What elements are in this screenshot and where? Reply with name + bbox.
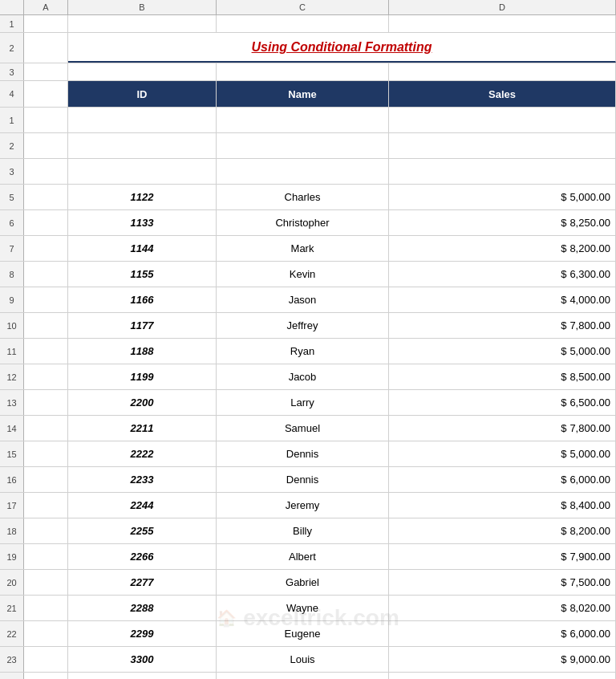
- cell-id: 3311: [68, 673, 217, 679]
- cell-id: 2277: [68, 570, 217, 595]
- cell-id: 1122: [68, 185, 217, 209]
- dollar-sign: $: [561, 217, 566, 229]
- dollar-sign: $: [561, 448, 566, 460]
- dollar-sign: $: [561, 499, 566, 511]
- table-row: 11 1188 Ryan $ 5,000.00: [0, 339, 616, 364]
- cell-a: [24, 108, 68, 132]
- sales-amount: 9,000.00: [569, 653, 610, 665]
- sales-amount: 6,000.00: [569, 628, 610, 640]
- cell-name: Eugene: [217, 621, 389, 646]
- sales-header: Sales: [488, 88, 516, 100]
- cell-sales: $ 5,000.00: [389, 441, 616, 466]
- sales-amount: 8,200.00: [569, 525, 610, 537]
- sales-amount: 8,020.00: [569, 602, 610, 614]
- dollar-sign: $: [561, 345, 566, 357]
- cell-name: Dennis: [217, 441, 389, 466]
- cell-id: 2233: [68, 467, 217, 492]
- cell-name: Jacob: [217, 364, 389, 389]
- cell-name: Larry: [217, 390, 389, 415]
- cell-name: [217, 159, 389, 184]
- cell-name: Jason: [217, 287, 389, 312]
- row-num: 20: [0, 570, 24, 595]
- row-num: 9: [0, 287, 24, 312]
- row-2: 2 Using Conditional Formatting: [0, 33, 616, 63]
- cell-name: Gabriel: [217, 570, 389, 595]
- cell-sales: $ 7,900.00: [389, 544, 616, 569]
- row-num: 21: [0, 596, 24, 620]
- cell-id: 1199: [68, 364, 217, 389]
- cell-name: Samuel: [217, 416, 389, 441]
- table-row: 17 2244 Jeremy $ 8,400.00: [0, 493, 616, 518]
- cell-1a: [24, 15, 68, 32]
- row-num: 14: [0, 416, 24, 441]
- cell-a: [24, 467, 68, 492]
- table-row: 3: [0, 159, 616, 185]
- cell-1c: [217, 15, 389, 32]
- sales-amount: 7,800.00: [569, 422, 610, 434]
- id-header: ID: [137, 88, 148, 100]
- cell-a: [24, 262, 68, 287]
- table-row: 10 1177 Jeffrey $ 7,800.00: [0, 313, 616, 339]
- cell-a: [24, 441, 68, 466]
- cell-id: 2200: [68, 390, 217, 415]
- cell-id: 2266: [68, 544, 217, 569]
- cell-sales: $ 8,200.00: [389, 236, 616, 261]
- table-row: 23 3300 Louis $ 9,000.00: [0, 647, 616, 673]
- dollar-sign: $: [561, 268, 566, 280]
- cell-sales: $ 6,500.00: [389, 390, 616, 415]
- cell-sales: $ 7,500.00: [389, 570, 616, 595]
- row-num: 5: [0, 185, 24, 209]
- cell-1d: [389, 15, 616, 32]
- cell-sales: [389, 133, 616, 158]
- cell-sales: $ 8,200.00: [389, 518, 616, 543]
- col-header-b: B: [68, 0, 217, 14]
- sales-amount: 7,900.00: [569, 551, 610, 563]
- cell-name: Mark: [217, 236, 389, 261]
- cell-id: [68, 159, 217, 184]
- sales-amount: 8,500.00: [569, 371, 610, 383]
- cell-a: [24, 133, 68, 158]
- row-num-2: 2: [0, 33, 24, 63]
- row-num: 7: [0, 236, 24, 261]
- row-num: 16: [0, 467, 24, 492]
- rows-container: 1 2 Using Conditional Formatting 3 4: [0, 15, 616, 679]
- dollar-sign: $: [561, 396, 566, 409]
- dollar-sign: $: [561, 653, 566, 665]
- table-row: 24 3311 Philip $ 7,500.00: [0, 673, 616, 679]
- sales-amount: 6,300.00: [569, 268, 610, 280]
- cell-name: Billy: [217, 518, 389, 543]
- cell-name: Christopher: [217, 210, 389, 235]
- cell-a: [24, 544, 68, 569]
- cell-4b: ID: [68, 81, 217, 107]
- cell-sales: $ 8,500.00: [389, 364, 616, 389]
- cell-sales: $ 7,800.00: [389, 416, 616, 441]
- row-num: 17: [0, 493, 24, 518]
- cell-name: Charles: [217, 185, 389, 209]
- cell-sales: $ 7,800.00: [389, 313, 616, 338]
- cell-2bcd: Using Conditional Formatting: [68, 33, 616, 63]
- cell-id: 2211: [68, 416, 217, 441]
- cell-3d: [389, 63, 616, 80]
- table-row: 21 2288 Wayne $ 8,020.00: [0, 596, 616, 621]
- cell-4d: Sales: [389, 81, 616, 107]
- row-num: 15: [0, 441, 24, 466]
- cell-name: Philip: [217, 673, 389, 679]
- row-num: 23: [0, 647, 24, 672]
- cell-a: [24, 210, 68, 235]
- cell-a: [24, 236, 68, 261]
- row-num: 18: [0, 518, 24, 543]
- row-num: 13: [0, 390, 24, 415]
- cell-name: Ryan: [217, 339, 389, 364]
- row-num: 19: [0, 544, 24, 569]
- cell-a: [24, 493, 68, 518]
- cell-a: [24, 647, 68, 672]
- row-num: 11: [0, 339, 24, 364]
- row-num: 1: [0, 108, 24, 132]
- cell-name: Louis: [217, 647, 389, 672]
- dollar-sign: $: [561, 422, 566, 434]
- dollar-sign: $: [561, 525, 566, 537]
- table-row: 1: [0, 108, 616, 133]
- cell-id: 1188: [68, 339, 217, 364]
- cell-name: Dennis: [217, 467, 389, 492]
- cell-sales: $ 5,000.00: [389, 339, 616, 364]
